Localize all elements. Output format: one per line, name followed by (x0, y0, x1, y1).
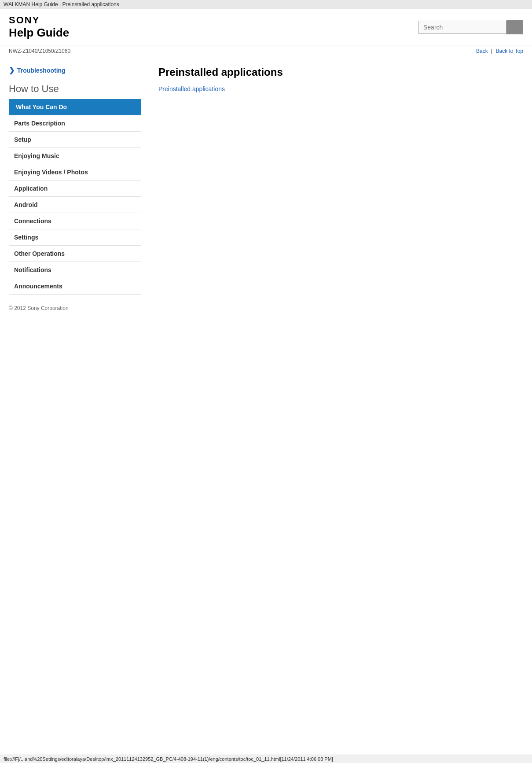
sidebar-item-what-you-can-do[interactable]: What You Can Do (9, 99, 141, 115)
back-link[interactable]: Back (476, 48, 488, 54)
sidebar-link-setup[interactable]: Setup (9, 132, 141, 147)
sidebar-link-settings[interactable]: Settings (9, 229, 141, 245)
sidebar-item-settings[interactable]: Settings (9, 229, 141, 246)
page-title: Preinstalled applications (158, 66, 523, 78)
main-container: ❯ Troubleshooting How to Use What You Ca… (0, 57, 532, 320)
sidebar-link-announcements[interactable]: Announcements (9, 278, 141, 294)
sidebar-item-announcements[interactable]: Announcements (9, 278, 141, 295)
sidebar-item-notifications[interactable]: Notifications (9, 262, 141, 278)
sidebar: ❯ Troubleshooting How to Use What You Ca… (9, 66, 141, 311)
model-text: NWZ-Z1040/Z1050/Z1060 (9, 48, 70, 54)
sidebar-link-application[interactable]: Application (9, 181, 141, 196)
search-area (418, 20, 523, 34)
nav-links: Back | Back to Top (476, 48, 523, 54)
sidebar-item-setup[interactable]: Setup (9, 132, 141, 148)
browser-title: WALKMAN Help Guide | Preinstalled applic… (0, 0, 532, 9)
troubleshooting-label: Troubleshooting (17, 67, 66, 74)
sidebar-link-android[interactable]: Android (9, 197, 141, 213)
sidebar-item-connections[interactable]: Connections (9, 213, 141, 229)
sidebar-link-enjoying-music[interactable]: Enjoying Music (9, 148, 141, 164)
help-guide-title: Help Guide (9, 26, 69, 40)
sidebar-item-other-operations[interactable]: Other Operations (9, 246, 141, 262)
how-to-use-label: How to Use (9, 83, 141, 95)
sidebar-item-enjoying-videos-photos[interactable]: Enjoying Videos / Photos (9, 164, 141, 181)
sidebar-link-connections[interactable]: Connections (9, 213, 141, 229)
content-area: Preinstalled applications Preinstalled a… (150, 66, 523, 311)
search-input[interactable] (418, 21, 506, 34)
sidebar-link-what-you-can-do[interactable]: What You Can Do (9, 99, 141, 115)
header-branding: SONY Help Guide (9, 15, 69, 40)
nav-separator: | (491, 48, 492, 54)
sidebar-link-enjoying-videos-photos[interactable]: Enjoying Videos / Photos (9, 164, 141, 180)
sidebar-link-notifications[interactable]: Notifications (9, 262, 141, 278)
sub-header: NWZ-Z1040/Z1050/Z1060 Back | Back to Top (0, 45, 532, 57)
sidebar-item-parts-description[interactable]: Parts Description (9, 115, 141, 132)
sidebar-item-enjoying-music[interactable]: Enjoying Music (9, 148, 141, 164)
sidebar-nav: What You Can Do Parts Description Setup … (9, 99, 141, 295)
troubleshooting-arrow-icon: ❯ (9, 66, 15, 74)
sidebar-item-android[interactable]: Android (9, 197, 141, 213)
content-divider (158, 97, 523, 97)
sidebar-link-other-operations[interactable]: Other Operations (9, 246, 141, 262)
sony-logo: SONY (9, 15, 69, 26)
back-to-top-link[interactable]: Back to Top (496, 48, 523, 54)
sidebar-link-parts-description[interactable]: Parts Description (9, 115, 141, 131)
search-button[interactable] (506, 20, 523, 34)
preinstalled-apps-link[interactable]: Preinstalled applications (158, 85, 225, 92)
copyright-text: © 2012 Sony Corporation (9, 305, 141, 311)
header: SONY Help Guide (0, 9, 532, 45)
sidebar-item-application[interactable]: Application (9, 181, 141, 197)
troubleshooting-link[interactable]: ❯ Troubleshooting (9, 66, 141, 74)
